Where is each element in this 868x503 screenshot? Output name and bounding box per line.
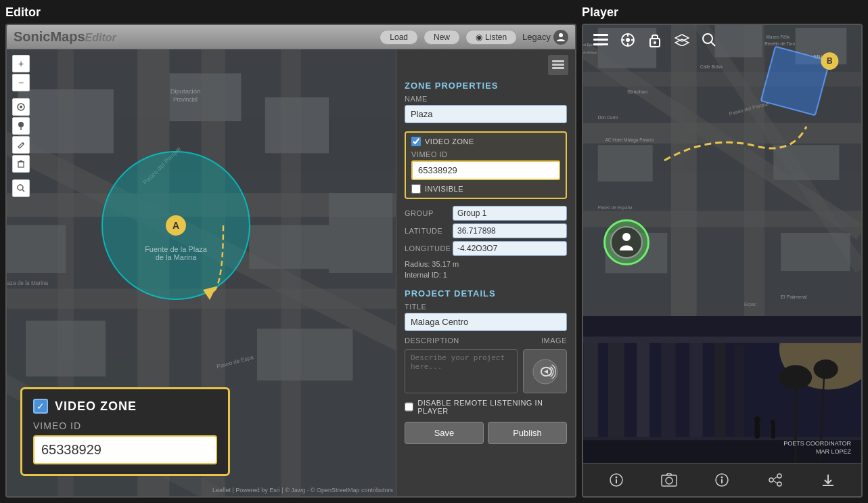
invisible-label: Invisible: [425, 185, 463, 193]
zoom-out-button[interactable]: −: [12, 74, 30, 91]
name-label: Name: [405, 95, 567, 103]
listen-button[interactable]: ◉ Listen: [465, 30, 517, 45]
player-window: Paseo del Parque Paseo de España AC Hote…: [582, 24, 863, 498]
player-photo-button[interactable]: [658, 469, 680, 491]
svg-rect-36: [552, 64, 564, 66]
invisible-row: Invisible: [411, 184, 560, 194]
map-attribution: Leaflet | Powered by Esri | © Jawg · © O…: [212, 487, 393, 494]
player-info-button[interactable]: [606, 469, 627, 491]
player-location-button[interactable]: [617, 29, 639, 51]
svg-text:Espac: Espac: [744, 302, 757, 307]
name-input[interactable]: [405, 105, 567, 123]
svg-point-0: [559, 33, 563, 37]
video-zone-check-row: Video Zone: [411, 137, 560, 146]
description-textarea[interactable]: [405, 349, 518, 393]
longitude-label: Longitude: [405, 244, 449, 253]
player-map[interactable]: Paseo del Parque Paseo de España AC Hote…: [583, 25, 861, 316]
save-publish-row: Save Publish: [396, 422, 575, 444]
svg-point-32: [18, 185, 23, 190]
new-button[interactable]: New: [424, 30, 460, 45]
image-label: Image: [541, 336, 567, 345]
video-zone-checkbox[interactable]: [411, 137, 421, 146]
player-share-button[interactable]: [764, 469, 786, 491]
group-input[interactable]: [453, 206, 567, 221]
vimeo-id-input[interactable]: [411, 160, 560, 180]
callout-vimeo-input[interactable]: [33, 435, 217, 464]
editor-main: Paseo del Parque Plaza de la Marina Pase…: [7, 49, 575, 496]
save-button[interactable]: Save: [405, 422, 484, 444]
callout-video-zone-row: ✓ Video Zone: [33, 399, 217, 414]
callout-vimeo-label: Vimeo ID: [33, 420, 217, 431]
zone-b-container: B: [767, 52, 824, 110]
callout-video-zone-label: Video Zone: [55, 399, 137, 414]
description-label: Description: [405, 336, 459, 345]
zone-b-label: B: [821, 52, 838, 70]
svg-rect-17: [257, 329, 352, 381]
player-video-strip: POETS COORDINATOR MAR LOPEZ: [583, 316, 861, 463]
desc-image-row: [405, 349, 567, 393]
video-zone-section: Video Zone Vimeo ID Invisible: [405, 131, 567, 199]
internal-id-text: Internal ID: 1: [396, 269, 575, 280]
longitude-prop-row: Longitude: [396, 241, 575, 256]
latitude-input[interactable]: [453, 223, 567, 238]
player-menu-button[interactable]: [590, 29, 612, 51]
player-person-icon: [603, 219, 649, 265]
svg-rect-11: [18, 89, 113, 153]
svg-rect-101: [755, 422, 760, 439]
svg-point-109: [666, 477, 672, 484]
map-controls: + −: [12, 55, 30, 197]
vimeo-section-label: Vimeo ID: [411, 150, 560, 158]
svg-rect-54: [781, 233, 850, 271]
search-button[interactable]: [12, 179, 30, 197]
zone-circle[interactable]: A Fuente de la Plaza de la Marina: [101, 151, 250, 300]
svg-rect-16: [26, 321, 106, 377]
delete-button[interactable]: [12, 155, 30, 173]
svg-rect-69: [593, 39, 608, 41]
longitude-input[interactable]: [453, 241, 567, 256]
image-button[interactable]: [523, 349, 567, 393]
invisible-checkbox[interactable]: [411, 184, 421, 194]
person-inner-circle: [610, 226, 643, 259]
name-prop-group: Name: [396, 95, 575, 129]
player-layers-button[interactable]: [671, 29, 693, 51]
callout-checkbox-icon: ✓: [33, 399, 48, 414]
player-route-svg: [610, 93, 813, 228]
project-details-header: PROJECT DETAILS: [405, 286, 567, 303]
svg-line-117: [773, 481, 777, 483]
map-area[interactable]: Paseo del Parque Plaza de la Marina Pase…: [7, 49, 396, 496]
layers-icon-button[interactable]: [548, 55, 568, 75]
svg-rect-29: [18, 162, 24, 167]
editor-panel: Editor SonicMapsEditor Load New ◉ Listen…: [0, 0, 582, 503]
legacy-button[interactable]: Legacy: [522, 30, 568, 45]
editor-toolbar: SonicMapsEditor Load New ◉ Listen Legacy: [7, 25, 575, 49]
publish-button[interactable]: Publish: [488, 422, 567, 444]
load-button[interactable]: Load: [380, 30, 418, 45]
listen-icon: ◉: [476, 32, 482, 42]
svg-rect-35: [552, 60, 564, 62]
disable-row: Disable remote listening in Player: [396, 399, 575, 415]
marker-button[interactable]: [12, 117, 30, 135]
disable-label: Disable remote listening in Player: [417, 399, 567, 415]
layers-button[interactable]: [12, 98, 30, 116]
zone-properties-header: ZONE PROPERTIES: [396, 78, 575, 95]
svg-point-114: [769, 478, 773, 482]
svg-rect-31: [20, 160, 22, 162]
svg-line-82: [711, 42, 715, 46]
svg-point-83: [622, 233, 631, 241]
project-title-input[interactable]: [405, 313, 567, 331]
zone-label-a: A: [166, 215, 186, 236]
svg-point-76: [626, 38, 630, 42]
person-outer-circle: [603, 219, 649, 265]
zoom-in-button[interactable]: +: [12, 55, 30, 72]
svg-point-107: [616, 477, 618, 479]
player-search-button[interactable]: [698, 29, 720, 51]
legacy-label: Legacy: [522, 32, 551, 42]
svg-rect-103: [771, 424, 775, 438]
player-download-button[interactable]: [817, 469, 839, 491]
player-info2-button[interactable]: [711, 469, 733, 491]
brand-sub: Editor: [85, 32, 116, 43]
svg-line-116: [773, 477, 777, 479]
disable-remote-checkbox[interactable]: [405, 402, 413, 412]
player-lock-button[interactable]: [644, 29, 666, 51]
edit-button[interactable]: [12, 136, 30, 154]
